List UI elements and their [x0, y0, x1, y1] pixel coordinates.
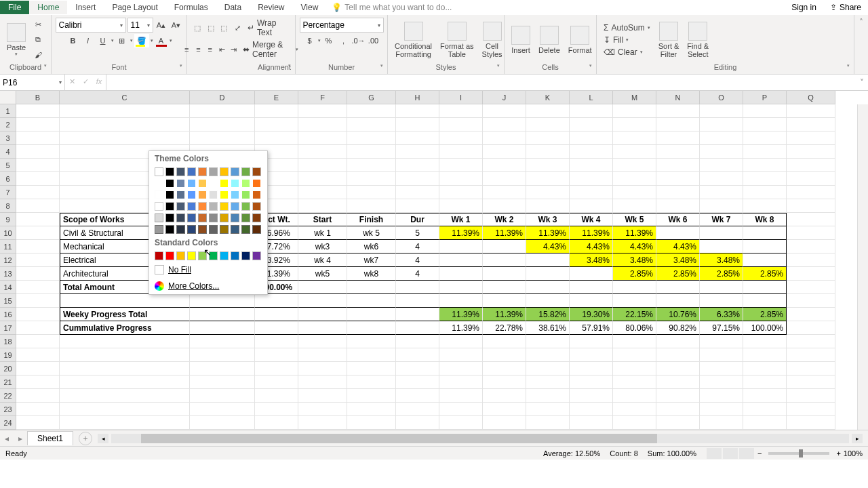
- cell[interactable]: [190, 362, 255, 375]
- cell[interactable]: [190, 335, 255, 348]
- cell[interactable]: [570, 348, 613, 362]
- cell[interactable]: [396, 159, 439, 172]
- cell[interactable]: [483, 118, 526, 131]
- cell[interactable]: [16, 240, 60, 253]
- cell[interactable]: [700, 348, 743, 362]
- number-format-combo[interactable]: Percentage▾: [300, 18, 384, 33]
- cell[interactable]: 11.39%: [483, 226, 526, 240]
- collapse-ribbon-button[interactable]: ˄: [854, 15, 868, 74]
- color-swatch[interactable]: [231, 179, 239, 188]
- cell[interactable]: [16, 186, 60, 199]
- cell[interactable]: [526, 186, 570, 199]
- cell[interactable]: [787, 186, 835, 199]
- cell[interactable]: [787, 403, 835, 416]
- cell[interactable]: 2.85%: [656, 267, 700, 281]
- cell[interactable]: [743, 226, 787, 240]
- cell[interactable]: [347, 403, 396, 416]
- cell[interactable]: [347, 131, 396, 145]
- cell[interactable]: [483, 403, 526, 416]
- cell[interactable]: [298, 145, 347, 159]
- cell[interactable]: [700, 294, 743, 308]
- cell[interactable]: [439, 403, 483, 416]
- row-header[interactable]: 2: [0, 118, 16, 131]
- cell[interactable]: 11.39%: [613, 226, 656, 240]
- color-swatch[interactable]: [220, 214, 229, 222]
- color-swatch[interactable]: [155, 214, 163, 222]
- cell[interactable]: 100.00%: [743, 321, 787, 335]
- zoom-in-button[interactable]: +: [836, 449, 840, 458]
- cell[interactable]: [396, 403, 439, 416]
- cell[interactable]: 2.85%: [700, 267, 743, 281]
- tell-me[interactable]: 💡Tell me what you want to do...: [326, 3, 452, 12]
- cell[interactable]: [613, 362, 656, 375]
- cell[interactable]: [347, 308, 396, 321]
- cell[interactable]: [613, 389, 656, 403]
- row-header[interactable]: 16: [0, 308, 16, 321]
- conditional-formatting-button[interactable]: Conditional Formatting: [392, 20, 435, 60]
- currency-button[interactable]: $: [303, 34, 317, 47]
- decrease-indent-button[interactable]: ⇤: [216, 43, 226, 56]
- cell[interactable]: 11.39%: [526, 226, 570, 240]
- cell[interactable]: [439, 145, 483, 159]
- cell[interactable]: [60, 131, 190, 145]
- cell[interactable]: [700, 145, 743, 159]
- cell[interactable]: [526, 294, 570, 308]
- cell[interactable]: 11.39%: [439, 308, 483, 321]
- cell[interactable]: [16, 403, 60, 416]
- cell[interactable]: [787, 362, 835, 375]
- cancel-formula-button[interactable]: ✕: [65, 75, 79, 88]
- cell[interactable]: [787, 104, 835, 118]
- color-swatch[interactable]: [187, 251, 196, 260]
- color-swatch[interactable]: [198, 190, 207, 199]
- cell[interactable]: [787, 294, 835, 308]
- color-swatch[interactable]: [209, 179, 218, 188]
- cell[interactable]: [347, 118, 396, 131]
- cell[interactable]: 3.48%: [700, 253, 743, 267]
- column-header[interactable]: N: [656, 91, 700, 104]
- cell[interactable]: [347, 281, 396, 294]
- cell[interactable]: [347, 389, 396, 403]
- cell[interactable]: [700, 403, 743, 416]
- cell[interactable]: 5: [396, 226, 439, 240]
- cell[interactable]: [396, 186, 439, 199]
- color-swatch[interactable]: [252, 251, 261, 260]
- cell[interactable]: [613, 348, 656, 362]
- color-swatch[interactable]: [220, 179, 229, 188]
- color-swatch[interactable]: [241, 179, 250, 188]
- color-swatch[interactable]: [187, 225, 196, 234]
- cell[interactable]: [700, 389, 743, 403]
- cell[interactable]: [570, 375, 613, 389]
- color-swatch[interactable]: [155, 251, 163, 260]
- comma-button[interactable]: ,: [337, 34, 351, 47]
- tab-home[interactable]: Home: [29, 1, 67, 14]
- cell[interactable]: 57.91%: [570, 321, 613, 335]
- cell[interactable]: [16, 267, 60, 281]
- cell[interactable]: [483, 267, 526, 281]
- row-header[interactable]: 5: [0, 159, 16, 172]
- cell[interactable]: [439, 240, 483, 253]
- row-header[interactable]: 15: [0, 294, 16, 308]
- color-swatch[interactable]: [176, 190, 185, 199]
- increase-font-button[interactable]: A▴: [155, 18, 168, 32]
- cell[interactable]: [255, 131, 298, 145]
- cell[interactable]: [439, 253, 483, 267]
- cell[interactable]: Wk 5: [613, 213, 656, 226]
- cell[interactable]: [526, 118, 570, 131]
- cell[interactable]: 2.85%: [743, 308, 787, 321]
- cell[interactable]: [483, 416, 526, 430]
- cell[interactable]: [743, 118, 787, 131]
- color-swatch[interactable]: [231, 190, 239, 199]
- cell[interactable]: [347, 348, 396, 362]
- color-swatch[interactable]: [165, 179, 174, 188]
- cell[interactable]: [60, 335, 190, 348]
- cell[interactable]: [298, 104, 347, 118]
- row-header[interactable]: 21: [0, 375, 16, 389]
- cell[interactable]: [16, 335, 60, 348]
- cell[interactable]: 11.39%: [439, 321, 483, 335]
- insert-function-button[interactable]: fx: [92, 75, 106, 88]
- cell[interactable]: [347, 186, 396, 199]
- cell[interactable]: [16, 375, 60, 389]
- cell-styles-button[interactable]: Cell Styles: [479, 20, 505, 60]
- cell[interactable]: [743, 199, 787, 213]
- color-swatch[interactable]: [155, 167, 163, 176]
